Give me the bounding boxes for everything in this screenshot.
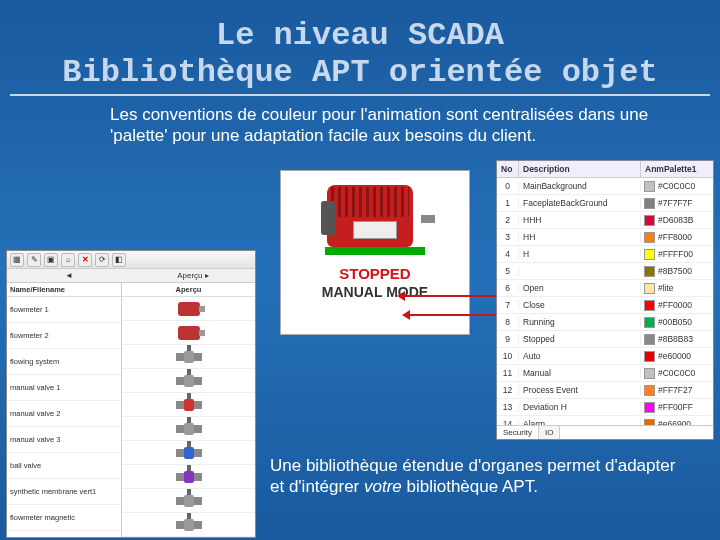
palette-row[interactable]: 12Process Event#FF7F27 xyxy=(497,382,713,399)
toolbar-icon[interactable]: ▦ xyxy=(10,253,24,267)
color-swatch xyxy=(644,249,655,260)
toolbar-icon[interactable]: ◧ xyxy=(112,253,126,267)
valve-icon xyxy=(176,445,202,461)
palette-row-desc: MainBackground xyxy=(519,181,641,191)
library-row[interactable]: manual valve 1 xyxy=(7,375,121,401)
preview-cell xyxy=(122,513,255,537)
library-preview-column: Aperçu xyxy=(122,283,255,537)
library-list: Name/Filename flowmeter 1flowmeter 2flow… xyxy=(7,283,122,537)
library-row[interactable]: flowmeter magnetic xyxy=(7,505,121,531)
color-hex: #7F7F7F xyxy=(658,198,693,208)
palette-tab-security[interactable]: Security xyxy=(497,426,539,439)
valve-icon xyxy=(176,493,202,509)
valve-icon xyxy=(176,517,202,533)
library-row[interactable]: flowmeter 1 xyxy=(7,297,121,323)
library-preview-header: Aperçu xyxy=(122,283,255,297)
library-tabs: ◄ Aperçu ▸ xyxy=(7,269,255,283)
palette-row-color: #FFFF00 xyxy=(641,249,713,260)
outro-paragraph: Une bibliothèque étendue d'organes perme… xyxy=(270,455,690,498)
palette-row-color: #8B8B83 xyxy=(641,334,713,345)
palette-row-desc: Auto xyxy=(519,351,641,361)
valve-icon xyxy=(176,373,202,389)
library-row[interactable]: flowmeter 2 xyxy=(7,323,121,349)
palette-panel: No Description AnmPalette1 0MainBackgrou… xyxy=(496,160,714,440)
palette-row[interactable]: 5#8B7500 xyxy=(497,263,713,280)
arrow-to-status xyxy=(400,295,500,297)
palette-row-color: #FF7F27 xyxy=(641,385,713,396)
palette-tabs: Security IO xyxy=(497,425,713,439)
palette-row[interactable]: 9Stopped#8B8B83 xyxy=(497,331,713,348)
preview-cell xyxy=(122,393,255,417)
color-swatch xyxy=(644,368,655,379)
palette-rows: 0MainBackground#C0C0C01FaceplateBackGrou… xyxy=(497,178,713,425)
palette-row-no: 3 xyxy=(497,232,519,242)
color-hex: #C0C0C0 xyxy=(658,181,695,191)
motor-panel: STOPPED MANUAL MODE xyxy=(280,170,470,335)
color-swatch xyxy=(644,232,655,243)
palette-row-color: #D6083B xyxy=(641,215,713,226)
motor-status: STOPPED xyxy=(339,265,410,282)
color-hex: #FF7F27 xyxy=(658,385,693,395)
library-row[interactable]: flowing system xyxy=(7,349,121,375)
preview-cell xyxy=(122,321,255,345)
palette-row[interactable]: 4H#FFFF00 xyxy=(497,246,713,263)
library-row[interactable]: manual valve 2 xyxy=(7,401,121,427)
preview-cell xyxy=(122,465,255,489)
palette-row[interactable]: 14Alarm#e66900 xyxy=(497,416,713,425)
preview-cell xyxy=(122,417,255,441)
palette-row[interactable]: 10Auto#e60000 xyxy=(497,348,713,365)
library-row[interactable]: manual valve 3 xyxy=(7,427,121,453)
palette-col-no: No xyxy=(497,161,519,177)
palette-row-color: #FF00FF xyxy=(641,402,713,413)
palette-row[interactable]: 13Deviation H#FF00FF xyxy=(497,399,713,416)
toolbar-icon[interactable]: ⟳ xyxy=(95,253,109,267)
toolbar-close-icon[interactable]: ✕ xyxy=(78,253,92,267)
valve-icon xyxy=(176,397,202,413)
palette-row-no: 2 xyxy=(497,215,519,225)
preview-cell xyxy=(122,345,255,369)
palette-row-no: 5 xyxy=(497,266,519,276)
palette-row[interactable]: 8Running#00B050 xyxy=(497,314,713,331)
preview-cell xyxy=(122,489,255,513)
color-hex: #FFFF00 xyxy=(658,249,693,259)
library-tab-left[interactable]: ◄ xyxy=(7,269,131,282)
library-row[interactable]: regulation valve xyxy=(7,531,121,537)
color-swatch xyxy=(644,198,655,209)
color-swatch xyxy=(644,300,655,311)
palette-row[interactable]: 6Open#lite xyxy=(497,280,713,297)
title-line2: Bibliothèque APT orientée objet xyxy=(62,54,657,91)
title-line1: Le niveau SCADA xyxy=(216,17,504,54)
palette-row[interactable]: 7Close#FF0000 xyxy=(497,297,713,314)
palette-row-color: #8B7500 xyxy=(641,266,713,277)
palette-row-desc: HH xyxy=(519,232,641,242)
palette-row-no: 12 xyxy=(497,385,519,395)
valve-icon xyxy=(176,469,202,485)
page-title: Le niveau SCADA Bibliothèque APT orienté… xyxy=(10,0,710,96)
color-swatch xyxy=(644,351,655,362)
palette-row[interactable]: 0MainBackground#C0C0C0 xyxy=(497,178,713,195)
palette-col-color: AnmPalette1 xyxy=(641,161,713,177)
palette-row-desc: FaceplateBackGround xyxy=(519,198,641,208)
palette-col-desc: Description xyxy=(519,161,641,177)
palette-row-color: #7F7F7F xyxy=(641,198,713,209)
palette-row-color: #lite xyxy=(641,283,713,294)
color-swatch xyxy=(644,334,655,345)
palette-row-no: 11 xyxy=(497,368,519,378)
color-hex: #FF0000 xyxy=(658,300,692,310)
toolbar-icon[interactable]: ▣ xyxy=(44,253,58,267)
palette-header: No Description AnmPalette1 xyxy=(497,161,713,178)
palette-row[interactable]: 3HH#FF8000 xyxy=(497,229,713,246)
toolbar-icon[interactable]: ✎ xyxy=(27,253,41,267)
palette-tab-io[interactable]: IO xyxy=(539,426,560,439)
library-tab-right[interactable]: Aperçu ▸ xyxy=(131,269,255,282)
palette-row[interactable]: 11Manual#C0C0C0 xyxy=(497,365,713,382)
library-row[interactable]: synthetic membrane vert1 xyxy=(7,479,121,505)
palette-row-desc: Open xyxy=(519,283,641,293)
palette-row-color: #FF8000 xyxy=(641,232,713,243)
palette-row[interactable]: 2HHH#D6083B xyxy=(497,212,713,229)
color-hex: #8B7500 xyxy=(658,266,692,276)
toolbar-icon[interactable]: ⌕ xyxy=(61,253,75,267)
color-swatch xyxy=(644,266,655,277)
library-row[interactable]: ball valve xyxy=(7,453,121,479)
palette-row[interactable]: 1FaceplateBackGround#7F7F7F xyxy=(497,195,713,212)
